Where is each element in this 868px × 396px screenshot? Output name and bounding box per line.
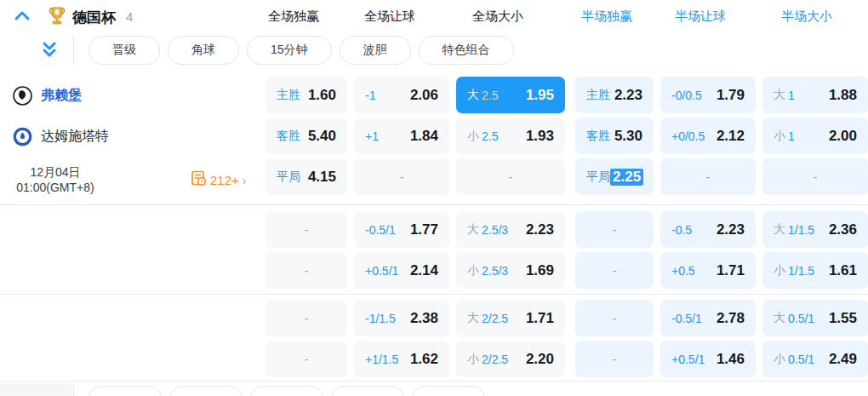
filter-chip[interactable]: 15分钟 [247, 36, 332, 65]
filter-chip[interactable]: 晋级 [89, 36, 160, 65]
market-tab[interactable]: 全场独赢 [268, 9, 319, 25]
odds-cell[interactable]: 平局2.25 [575, 158, 654, 195]
home-team-name: 弗赖堡 [41, 87, 82, 105]
odds-cell[interactable]: - [266, 341, 347, 377]
collapse-chevron-up-icon[interactable] [12, 6, 32, 26]
odds-cell[interactable]: 小0.5/12.49 [762, 341, 868, 377]
odds-cell[interactable]: 主胜1.60 [266, 77, 347, 113]
empty-odds: - [586, 312, 642, 325]
odds-cell[interactable]: 大11.88 [762, 77, 868, 113]
odds-value: 2.20 [526, 351, 554, 368]
odds-cell[interactable]: 小1/1.51.61 [762, 252, 868, 289]
next-section-collapse-area[interactable] [0, 383, 72, 396]
odds-cell[interactable]: - [575, 252, 654, 289]
next-section-chip[interactable] [412, 386, 485, 396]
odds-label: -0.5/1 [365, 223, 396, 237]
odds-cell[interactable]: -0.5/12.78 [660, 300, 756, 336]
home-team-row: 弗赖堡 [0, 77, 82, 114]
market-tab[interactable]: 半场让球 [675, 9, 726, 25]
divider [0, 381, 868, 382]
odds-cell[interactable]: 小2/2.52.20 [456, 341, 565, 377]
odds-cell[interactable]: +0.5/12.14 [354, 252, 449, 289]
odds-cell[interactable]: +0/0.52.12 [660, 118, 756, 154]
odds-value: 1.69 [526, 262, 554, 279]
odds-value: 4.15 [308, 169, 336, 186]
odds-cell[interactable]: 客胜5.40 [266, 118, 347, 154]
empty-odds: - [586, 264, 642, 278]
odds-value: 2.00 [829, 128, 857, 145]
odds-cell[interactable]: +1/1.51.62 [354, 341, 449, 377]
odds-cell[interactable]: - [354, 158, 449, 195]
market-tab[interactable]: 半场独赢 [581, 9, 632, 25]
odds-label: +0.5 [671, 264, 695, 278]
empty-odds: - [277, 223, 336, 237]
next-section-chip[interactable] [250, 386, 323, 396]
next-section-chip[interactable] [89, 386, 162, 396]
odds-cell[interactable]: 大2.51.95 [456, 77, 565, 113]
odds-cell[interactable]: - [266, 252, 347, 289]
odds-label: 0.5/1 [788, 312, 814, 325]
odds-cell[interactable]: 大0.5/11.55 [762, 300, 868, 336]
odds-cell[interactable]: 大1/1.52.36 [762, 211, 868, 248]
trophy-icon [48, 6, 66, 26]
odds-label: 平局 [277, 169, 300, 185]
odds-cell[interactable]: -0.5/11.77 [354, 211, 449, 248]
odds-cell[interactable]: - [266, 300, 347, 336]
market-tab[interactable]: 全场让球 [364, 9, 415, 25]
odds-label: +1/1.5 [365, 353, 398, 366]
odds-line-prefix: 小 [774, 352, 785, 367]
odds-cell[interactable]: 大2.5/32.23 [456, 211, 565, 248]
odds-label: 1 [788, 89, 795, 102]
odds-cell[interactable]: - [266, 211, 347, 248]
market-tab[interactable]: 半场大小 [781, 9, 832, 25]
odds-value: 1.93 [526, 128, 554, 145]
empty-odds: - [774, 170, 857, 184]
odds-label: 2.5/3 [482, 264, 508, 278]
more-markets-link[interactable]: 212+ › [191, 170, 246, 190]
odds-label: +1 [365, 129, 379, 143]
empty-odds: - [277, 312, 336, 325]
odds-cell[interactable]: 小2.5/31.69 [456, 252, 565, 289]
odds-cell[interactable]: 小2.51.93 [456, 118, 565, 154]
odds-value: 1.62 [410, 351, 438, 368]
odds-value: 1.95 [526, 87, 554, 104]
match-date: 12月04日 [0, 164, 111, 180]
odds-cell[interactable]: - [575, 341, 654, 377]
odds-label: 主胜 [586, 88, 610, 103]
odds-cell[interactable]: 小12.00 [762, 118, 868, 154]
odds-value: 2.23 [614, 87, 642, 104]
filter-chip[interactable]: 角球 [168, 36, 239, 65]
odds-label: 2.5 [482, 89, 498, 102]
odds-cell[interactable]: 客胜5.30 [575, 118, 654, 154]
filter-row: 晋级角球15分钟波胆特色组合 [0, 32, 868, 68]
odds-cell[interactable]: -12.06 [354, 77, 449, 113]
odds-cell[interactable]: - [660, 158, 756, 195]
next-section-chip[interactable] [169, 386, 243, 396]
odds-value: 1.84 [410, 128, 438, 145]
filter-chip[interactable]: 特色组合 [419, 36, 514, 65]
expand-double-chevron-down-icon[interactable] [38, 39, 60, 61]
odds-line-prefix: 小 [467, 352, 479, 367]
odds-label: 2/2.5 [482, 353, 508, 366]
odds-cell[interactable]: - [575, 300, 654, 336]
market-tab[interactable]: 全场大小 [472, 9, 523, 25]
odds-label: -0.5 [671, 223, 692, 237]
odds-cell[interactable]: - [762, 158, 868, 195]
odds-cell[interactable]: - [575, 211, 654, 248]
next-section-chip[interactable] [331, 386, 404, 396]
odds-cell[interactable]: 平局4.15 [266, 158, 347, 195]
odds-cell[interactable]: 大2/2.51.71 [456, 300, 565, 336]
odds-cell[interactable]: +11.84 [354, 118, 449, 154]
filter-chip[interactable]: 波胆 [340, 36, 411, 65]
odds-cell[interactable]: +0.51.71 [660, 252, 756, 289]
odds-cell[interactable]: +0.5/11.46 [660, 341, 756, 377]
league-header: 德国杯 4 全场独赢全场让球全场大小半场独赢半场让球半场大小 [0, 0, 868, 32]
odds-cell[interactable]: -0/0.51.79 [660, 77, 756, 113]
odds-line-prefix: 大 [467, 88, 479, 103]
odds-label: 客胜 [277, 129, 300, 144]
odds-line-prefix: 小 [467, 263, 479, 278]
odds-cell[interactable]: 主胜2.23 [575, 77, 654, 113]
odds-cell[interactable]: -0.52.23 [660, 211, 756, 248]
odds-cell[interactable]: -1/1.52.38 [354, 300, 449, 336]
odds-cell[interactable]: - [456, 158, 565, 195]
